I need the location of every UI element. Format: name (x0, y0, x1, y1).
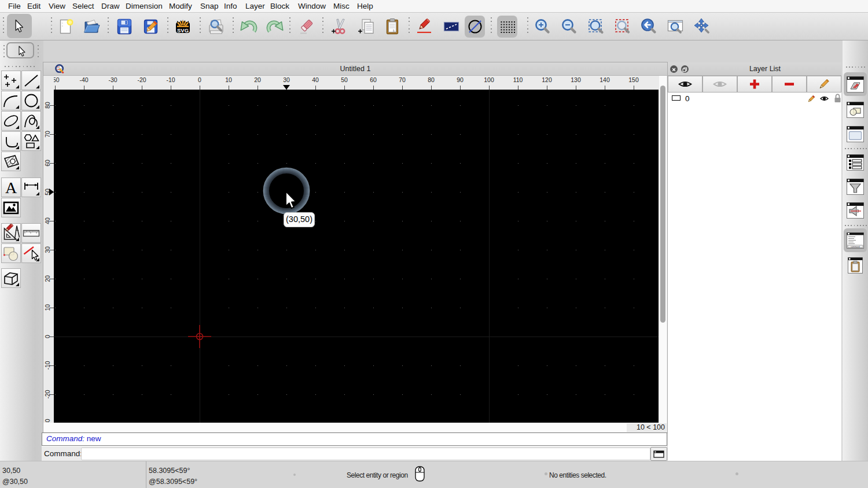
svg-text:command: command (851, 246, 859, 248)
svg-text:A: A (5, 179, 17, 197)
svg-text:SVG: SVG (177, 27, 189, 34)
